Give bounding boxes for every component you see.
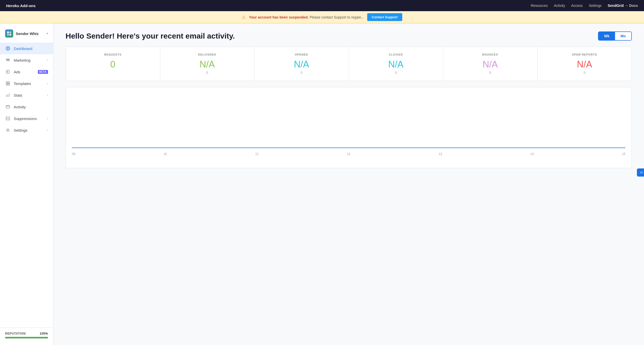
svg-rect-13 — [6, 106, 10, 108]
sidebar: Sender Whiz ▾ Dashboard Marketi — [0, 23, 53, 345]
delivered-label: DELIVERED — [165, 53, 249, 56]
activity-link[interactable]: Activity — [554, 4, 565, 8]
stat-card-delivered: DELIVERED N/A 0 — [160, 47, 255, 81]
brand-icon — [5, 29, 13, 38]
delivered-sub: 0 — [165, 71, 249, 75]
suppressions-chevron: › — [47, 117, 48, 120]
svg-rect-6 — [6, 82, 8, 83]
month-button[interactable]: Mo — [615, 32, 631, 40]
svg-point-15 — [8, 105, 9, 106]
marketing-icon — [5, 57, 11, 63]
x-label-13: 13 — [439, 152, 442, 156]
sidebar-brand[interactable]: Sender Whiz ▾ — [0, 27, 53, 43]
resources-link[interactable]: Resources — [531, 4, 548, 8]
svg-rect-2 — [7, 34, 9, 36]
svg-point-17 — [7, 130, 9, 131]
top-nav-links: Resources Activity Access Settings SendG… — [531, 4, 638, 8]
spam-value: N/A — [543, 59, 627, 70]
svg-point-14 — [7, 105, 8, 106]
settings-icon — [5, 127, 11, 133]
sidebar-item-activity[interactable]: Activity — [0, 101, 53, 113]
chart-x-axis: 09 10 11 12 13 14 15 — [72, 150, 625, 156]
sidebar-item-marketing-label: Marketing — [14, 58, 44, 62]
svg-rect-12 — [9, 93, 10, 97]
sidebar-item-settings[interactable]: Settings › — [0, 124, 53, 136]
sidebar-item-ads[interactable]: Ads BETA — [0, 66, 53, 78]
brand-chevron: ▾ — [46, 32, 48, 35]
sidebar-item-templates[interactable]: Templates › — [0, 78, 53, 89]
stat-card-requests: REQUESTS 0 — [66, 47, 160, 81]
sidebar-item-dashboard-label: Dashboard — [14, 46, 48, 51]
stats-chevron: › — [47, 93, 48, 97]
docs-link[interactable]: Docs — [629, 4, 638, 8]
bounces-label: BOUNCES — [448, 53, 532, 56]
sendgrid-link[interactable]: SendGrid → Docs — [608, 4, 638, 8]
contact-support-button[interactable]: Contact Support — [367, 13, 402, 21]
settings-chevron: › — [47, 128, 48, 132]
reputation-track — [5, 337, 48, 338]
spam-sub: 0 — [543, 71, 627, 75]
alert-text: Your account has been suspended. Please … — [249, 15, 364, 19]
time-toggle: Wk Mo — [598, 31, 632, 41]
svg-rect-1 — [9, 31, 11, 33]
bounces-sub: 0 — [448, 71, 532, 75]
svg-rect-16 — [6, 117, 10, 120]
ads-icon — [5, 69, 11, 75]
main-content: Hello Sender! Here's your recent email a… — [53, 23, 644, 345]
access-link[interactable]: Access — [571, 4, 583, 8]
x-label-15: 15 — [622, 152, 625, 156]
week-button[interactable]: Wk — [599, 32, 615, 40]
svg-rect-7 — [8, 82, 10, 83]
dashboard-header: Hello Sender! Here's your recent email a… — [53, 23, 644, 47]
templates-chevron: › — [47, 82, 48, 85]
svg-rect-9 — [8, 84, 10, 85]
svg-rect-3 — [9, 34, 11, 36]
sidebar-item-templates-label: Templates — [14, 81, 44, 86]
svg-rect-11 — [8, 94, 8, 97]
sidebar-item-stats[interactable]: Stats › — [0, 89, 53, 101]
opened-value: N/A — [260, 59, 344, 70]
dashboard-icon — [5, 46, 11, 51]
stat-card-clicked: CLICKED N/A 0 — [349, 47, 443, 81]
heroku-brand: Heroku Add-ons — [6, 4, 36, 8]
sidebar-item-dashboard[interactable]: Dashboard — [0, 43, 53, 54]
svg-rect-10 — [6, 95, 7, 97]
chart-area: 09 10 11 12 13 14 15 — [66, 87, 632, 168]
main-layout: Sender Whiz ▾ Dashboard Marketi — [0, 23, 644, 345]
sidebar-item-ads-label: Ads — [14, 70, 35, 74]
suppressions-icon — [5, 116, 11, 121]
alert-bold: Your account has been suspended. — [249, 15, 309, 19]
x-label-09: 09 — [72, 152, 75, 156]
sidebar-item-activity-label: Activity — [14, 105, 48, 109]
stat-card-opened: OPENED N/A 0 — [254, 47, 349, 81]
top-nav: Heroku Add-ons Resources Activity Access… — [0, 0, 644, 11]
warning-icon: ⚠ — [242, 14, 246, 20]
sidebar-item-marketing[interactable]: Marketing › — [0, 54, 53, 66]
page-title: Hello Sender! Here's your recent email a… — [66, 32, 235, 40]
opened-label: OPENED — [260, 53, 344, 56]
reputation-fill — [5, 337, 48, 338]
templates-icon — [5, 81, 11, 86]
brand-name: Sender Whiz — [16, 31, 39, 36]
delivered-value: N/A — [165, 59, 249, 70]
right-panel-icon: ||| — [640, 171, 643, 174]
requests-label: REQUESTS — [71, 53, 155, 56]
x-label-12: 12 — [347, 152, 350, 156]
clicked-sub: 0 — [354, 71, 438, 75]
stats-icon — [5, 92, 11, 98]
x-label-10: 10 — [164, 152, 167, 156]
stats-grid: REQUESTS 0 DELIVERED N/A 0 OPENED N/A 0 … — [66, 47, 632, 81]
stat-card-bounces: BOUNCES N/A 0 — [443, 47, 538, 81]
sidebar-item-suppressions[interactable]: Suppressions › — [0, 113, 53, 124]
right-panel[interactable]: ||| — [637, 168, 644, 177]
activity-icon — [5, 104, 11, 110]
svg-rect-8 — [6, 84, 8, 85]
chart-svg — [72, 93, 625, 149]
marketing-chevron: › — [47, 58, 48, 62]
x-label-14: 14 — [530, 152, 534, 156]
settings-link[interactable]: Settings — [589, 4, 602, 8]
requests-value: 0 — [71, 59, 155, 70]
sidebar-item-stats-label: Stats — [14, 93, 44, 97]
svg-rect-0 — [7, 31, 9, 33]
opened-sub: 0 — [260, 71, 344, 75]
